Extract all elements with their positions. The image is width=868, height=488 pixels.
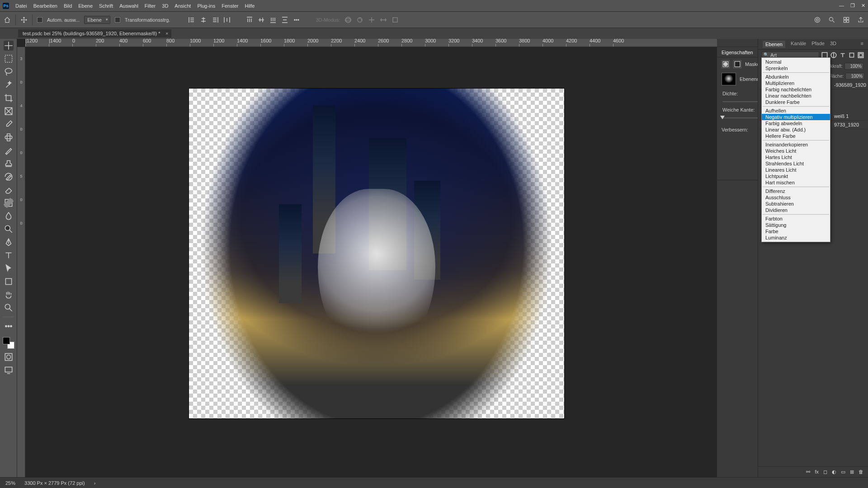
opacity-value[interactable]: 100%	[844, 63, 863, 70]
blend-mode-option[interactable]: Farbton	[762, 216, 830, 222]
chevron-right-icon[interactable]: ›	[94, 480, 96, 486]
tab-channels[interactable]: Kanäle	[791, 41, 806, 48]
gradient-tool[interactable]	[4, 198, 14, 208]
group-icon[interactable]: ▭	[841, 469, 845, 475]
filter-adjust-icon[interactable]	[830, 52, 837, 59]
marquee-tool[interactable]	[4, 54, 14, 64]
blend-mode-option[interactable]: Sättigung	[762, 222, 830, 228]
dodge-tool[interactable]	[4, 224, 14, 234]
home-icon[interactable]	[4, 16, 11, 23]
zoom-tool[interactable]	[4, 303, 14, 313]
menu-item[interactable]: Hilfe	[245, 3, 255, 9]
transform-checkbox[interactable]	[115, 17, 120, 23]
align-top-icon[interactable]	[246, 16, 253, 23]
menu-item[interactable]: Schrift	[99, 3, 113, 9]
frame-tool[interactable]	[4, 106, 14, 116]
eraser-tool[interactable]	[4, 185, 14, 195]
blend-mode-option[interactable]: Normal	[762, 59, 830, 65]
blend-mode-option[interactable]: Hart mischen	[762, 179, 830, 186]
blend-mode-option[interactable]: Negativ multiplizieren	[762, 114, 830, 120]
tab-layers[interactable]: Ebenen	[763, 41, 785, 48]
shape-tool[interactable]	[4, 277, 14, 286]
delete-icon[interactable]: 🗑	[859, 469, 863, 475]
blend-mode-option[interactable]: Abdunkeln	[762, 74, 830, 80]
color-swatch[interactable]	[3, 337, 14, 349]
vector-mask-icon[interactable]	[733, 60, 741, 68]
lasso-tool[interactable]	[4, 67, 14, 77]
menu-item[interactable]: Bearbeiten	[33, 3, 57, 9]
blend-mode-option[interactable]: Dividieren	[762, 207, 830, 213]
auto-select-checkbox[interactable]	[37, 17, 42, 23]
blend-mode-option[interactable]: Sprenkeln	[762, 65, 830, 71]
blend-mode-option[interactable]: Lineares Licht	[762, 167, 830, 173]
blend-mode-option[interactable]: Farbig abwedeln	[762, 120, 830, 127]
close-icon[interactable]: ✕	[861, 3, 865, 9]
tab-paths[interactable]: Pfade	[811, 41, 825, 48]
heal-tool[interactable]	[4, 132, 14, 142]
maximize-icon[interactable]: ❐	[850, 3, 855, 9]
crop-tool[interactable]	[4, 93, 14, 103]
align-right-icon[interactable]	[212, 16, 219, 23]
align-center-v-icon[interactable]	[258, 16, 265, 23]
quickmask-icon[interactable]	[4, 352, 14, 362]
adjustment-icon[interactable]: ◐	[832, 469, 836, 475]
link-icon[interactable]: ⚯	[806, 469, 810, 475]
menu-item[interactable]: 3D	[162, 3, 168, 9]
pen-tool[interactable]	[4, 237, 14, 247]
search-icon[interactable]	[828, 16, 835, 23]
more-icon[interactable]	[293, 16, 300, 23]
blend-mode-option[interactable]: Weiches Licht	[762, 148, 830, 154]
edit-toolbar-icon[interactable]	[4, 321, 14, 331]
eyedropper-tool[interactable]	[4, 119, 14, 129]
blend-mode-option[interactable]: Ineinanderkopieren	[762, 141, 830, 148]
canvas-area[interactable]: |1200|1400020040060080010001200140016001…	[17, 39, 717, 477]
menu-item[interactable]: Ebene	[78, 3, 93, 9]
zoom-level[interactable]: 25%	[5, 480, 15, 486]
filter-type-icon[interactable]	[839, 52, 846, 59]
filter-shape-icon[interactable]	[848, 52, 855, 59]
blend-mode-option[interactable]: Linear abw. (Add.)	[762, 127, 830, 133]
document-tab[interactable]: test.psdc bei 25% (buildings-936589_1920…	[18, 29, 171, 38]
menu-item[interactable]: Plug-ins	[197, 3, 215, 9]
blend-mode-option[interactable]: Hartes Licht	[762, 154, 830, 160]
menu-item[interactable]: Filter	[145, 3, 156, 9]
filter-smart-icon[interactable]	[857, 52, 864, 59]
workspace-icon[interactable]	[843, 16, 850, 23]
new-layer-icon[interactable]: ⊞	[850, 469, 854, 475]
fx-icon[interactable]: fx	[815, 469, 819, 475]
blend-mode-option[interactable]: Farbe	[762, 228, 830, 235]
menu-item[interactable]: Datei	[15, 3, 27, 9]
menu-item[interactable]: Bild	[64, 3, 72, 9]
document-canvas[interactable]	[189, 89, 564, 418]
blur-tool[interactable]	[4, 211, 14, 221]
tab-properties[interactable]: Eigenschaften	[722, 50, 753, 55]
fill-value[interactable]: 100%	[845, 73, 864, 80]
menu-item[interactable]: Auswahl	[119, 3, 138, 9]
menu-item[interactable]: Ansicht	[175, 3, 191, 9]
close-tab-icon[interactable]: ×	[165, 31, 168, 36]
blend-mode-option[interactable]: Luminanz	[762, 235, 830, 241]
blend-mode-option[interactable]: Ausschluss	[762, 194, 830, 201]
distribute-h-icon[interactable]	[223, 16, 231, 23]
align-bottom-icon[interactable]	[269, 16, 277, 23]
layer-dropdown[interactable]: Ebene	[84, 16, 110, 24]
cloud-icon[interactable]	[814, 16, 821, 23]
tab-3d[interactable]: 3D	[830, 41, 836, 48]
blend-mode-option[interactable]: Hellere Farbe	[762, 133, 830, 139]
path-select-tool[interactable]	[4, 263, 14, 273]
blend-mode-option[interactable]: Lichtpunkt	[762, 173, 830, 179]
blend-mode-option[interactable]: Farbig nachbelichten	[762, 86, 830, 93]
blend-mode-option[interactable]: Linear nachbelichten	[762, 93, 830, 99]
menu-item[interactable]: Fenster	[222, 3, 238, 9]
blend-mode-option[interactable]: Aufhellen	[762, 108, 830, 114]
align-left-icon[interactable]	[188, 16, 195, 23]
screenmode-icon[interactable]	[4, 365, 14, 375]
distribute-v-icon[interactable]	[281, 16, 288, 23]
share-icon[interactable]	[857, 16, 864, 23]
mask-icon[interactable]: ◻	[823, 469, 827, 475]
blend-mode-option[interactable]: Differenz	[762, 188, 830, 194]
doc-info[interactable]: 3300 Px × 2779 Px (72 ppi)	[24, 480, 85, 486]
blend-mode-option[interactable]: Subtrahieren	[762, 201, 830, 207]
move-tool[interactable]	[4, 41, 14, 51]
blend-mode-option[interactable]: Dunklere Farbe	[762, 99, 830, 105]
